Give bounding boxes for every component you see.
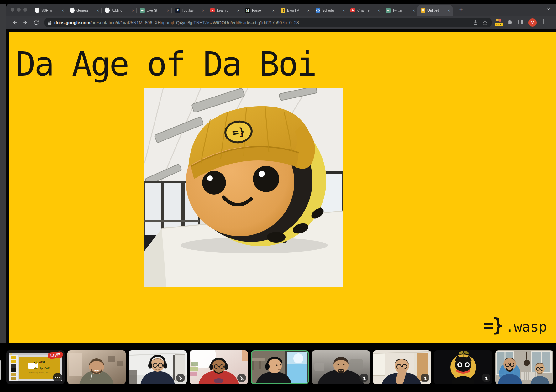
window-controls[interactable]	[11, 8, 27, 12]
tab-title: Top Jav	[182, 8, 199, 12]
mini-brand: =} wasp	[19, 360, 60, 363]
chevron-down-icon[interactable]	[547, 7, 551, 13]
address-bar: docs.google.com/presentation/d/1xaR5N1M_…	[6, 16, 556, 29]
back-icon[interactable]	[10, 18, 19, 27]
page-top-border	[6, 29, 556, 32]
youtube-icon	[210, 8, 215, 13]
tab-title: Blog | V	[287, 8, 305, 12]
presentation-slide: Da Age of Da Boi	[6, 32, 556, 343]
tab-close-icon[interactable]: ×	[271, 8, 275, 13]
page-url: docs.google.com/presentation/d/1xaR5N1M_…	[54, 20, 471, 25]
browser-window: SSH an × Genera × Adding × ❧ Live St ×	[6, 4, 556, 343]
slides-icon	[421, 8, 426, 13]
tab-close-icon[interactable]: ×	[236, 8, 240, 13]
extensions-puzzle-icon[interactable]	[507, 19, 513, 26]
github-icon	[105, 8, 110, 13]
mini-slide-rail	[9, 355, 18, 381]
share-icon[interactable]	[471, 18, 480, 27]
desktop-edge-sliver	[0, 360, 1, 380]
tile-participant-olive-shirt[interactable]	[67, 350, 126, 384]
tab-title: Live St	[147, 8, 164, 12]
close-window-button[interactable]	[11, 8, 14, 12]
tab-close-icon[interactable]: ×	[166, 8, 170, 13]
tab-parse[interactable]: M Parse - ×	[242, 6, 277, 15]
mic-muted-icon	[237, 374, 246, 382]
wasp-glyph: =}	[483, 315, 502, 336]
tab-top-java[interactable]: (A) Top Jav ×	[172, 6, 207, 15]
tile-participant-navy-polo[interactable]	[129, 350, 187, 384]
mic-muted-icon	[421, 374, 429, 382]
forward-icon[interactable]	[21, 18, 30, 27]
tab-title: SSH an	[41, 8, 59, 12]
new-tab-button[interactable]: +	[457, 6, 465, 14]
tile-participant-speaking-hoodie[interactable]	[251, 350, 309, 384]
bookmark-star-icon[interactable]	[480, 18, 490, 27]
mic-muted-icon	[482, 374, 490, 382]
tab-close-icon[interactable]: ×	[412, 8, 416, 13]
tile-participants-two-men[interactable]	[495, 350, 553, 384]
youtube-icon	[350, 8, 355, 13]
tab-adding[interactable]: Adding ×	[102, 6, 137, 15]
tab-close-icon[interactable]: ×	[447, 8, 451, 13]
mic-muted-icon	[359, 374, 368, 382]
tab-title: Adding	[112, 8, 129, 12]
url-domain: docs.google.com	[54, 20, 90, 25]
tab-schedule[interactable]: Schedu ×	[312, 6, 347, 15]
tab-untitled-presentation[interactable]: Untitled ×	[417, 5, 453, 16]
clock-app-icon	[315, 8, 320, 13]
tile-more-button[interactable]	[53, 373, 62, 382]
wasp-icon: =}	[280, 8, 285, 13]
kebab-menu-icon[interactable]	[541, 19, 546, 26]
expand-window-button[interactable]	[23, 8, 27, 12]
green-app-icon: ❧	[386, 8, 391, 13]
tab-list: SSH an × Genera × Adding × ❧ Live St ×	[31, 4, 453, 16]
tab-channel[interactable]: Channe ×	[347, 6, 382, 15]
github-icon	[70, 8, 75, 13]
tab-live-stream[interactable]: ❧ Live St ×	[137, 6, 172, 15]
tab-close-icon[interactable]: ×	[61, 8, 65, 13]
tab-title: Parse -	[252, 8, 270, 12]
side-panel-icon[interactable]	[518, 19, 524, 26]
tab-close-icon[interactable]: ×	[377, 8, 380, 13]
padlock-icon	[48, 20, 52, 25]
tab-general[interactable]: Genera ×	[66, 6, 102, 15]
tab-twitter[interactable]: ❧ Twitter ×	[382, 6, 417, 15]
minimize-window-button[interactable]	[17, 8, 21, 12]
profile-avatar[interactable]: V	[528, 18, 537, 27]
url-path: /presentation/d/1xaR5N1M_806_XHngumjl_Q4…	[90, 20, 299, 25]
svg-text:=}: =}	[231, 125, 246, 139]
tab-close-icon[interactable]: ×	[307, 8, 310, 13]
green-app-icon: ❧	[140, 8, 145, 13]
video-call-screen: SSH an × Genera × Adding × ❧ Live St ×	[0, 0, 556, 392]
tab-close-icon[interactable]: ×	[131, 8, 135, 13]
extension-off-badge: OFF	[495, 23, 503, 26]
toolbar-right: OFF V	[495, 18, 546, 27]
slide-title: Da Age of Da Boi	[16, 45, 316, 83]
tab-title: Untitled	[427, 8, 445, 12]
tab-close-icon[interactable]: ×	[96, 8, 100, 13]
tab-blog[interactable]: =} Blog | V ×	[277, 6, 312, 15]
tab-learn[interactable]: Learn u ×	[207, 6, 242, 15]
privacy-extension-icon[interactable]: OFF	[495, 19, 503, 26]
tab-title: Twitter	[392, 8, 410, 12]
tile-participant-hand-to-mouth[interactable]	[373, 350, 431, 384]
tab-title: Genera	[76, 8, 94, 12]
tile-participant-red-shirt[interactable]	[190, 350, 248, 384]
mini-title: Community Call	[19, 367, 60, 370]
tab-title: Learn u	[217, 8, 234, 12]
reload-icon[interactable]	[31, 18, 41, 27]
tab-close-icon[interactable]: ×	[342, 8, 345, 13]
wasp-name: .wasp	[506, 319, 547, 335]
mic-muted-icon	[176, 374, 185, 382]
tile-participant-black-tshirt[interactable]	[312, 350, 370, 384]
tab-bar: SSH an × Genera × Adding × ❧ Live St ×	[6, 4, 556, 16]
medium-icon: M	[245, 8, 250, 13]
code-app-icon: (A)	[175, 8, 180, 13]
tab-ssh[interactable]: SSH an ×	[31, 6, 66, 15]
tab-close-icon[interactable]: ×	[201, 8, 205, 13]
camera-icon	[28, 362, 38, 369]
tab-title: Channe	[357, 8, 375, 12]
url-field[interactable]: docs.google.com/presentation/d/1xaR5N1M_…	[44, 18, 492, 27]
tile-screen-share-preview[interactable]: =} wasp Community Call February 17th, 20…	[6, 350, 65, 384]
tile-participant-cat-avatar[interactable]	[434, 350, 492, 384]
